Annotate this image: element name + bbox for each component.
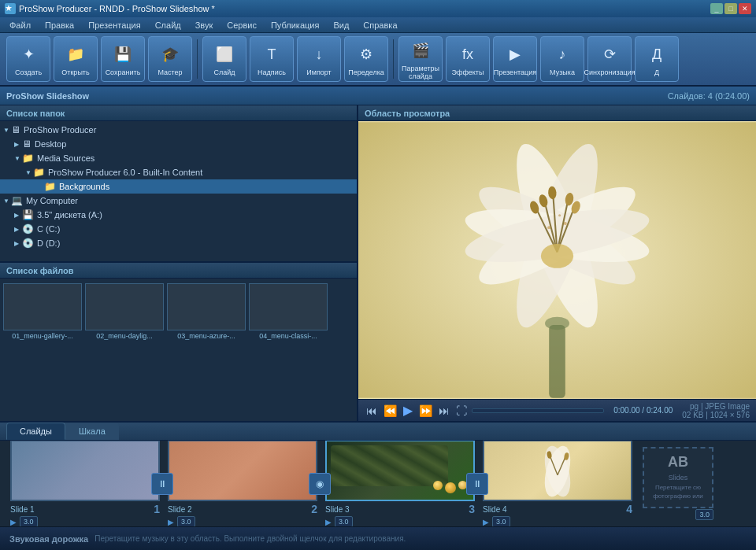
folder-item-desktop[interactable]: ▶🖥Desktop <box>0 137 357 151</box>
file-thumb-label-f3: 03_menu-azure-... <box>167 332 246 340</box>
folder-icon-driveD: 💿 <box>22 238 34 249</box>
file-thumb-label-f1: 01_menu-gallery-... <box>3 332 82 340</box>
convert-icon: ⚙ <box>354 42 379 67</box>
play-button[interactable]: ▶ <box>402 403 414 418</box>
skip-to-end-button[interactable]: ⏭ <box>437 404 451 417</box>
menu-item-[interactable]: Сервис <box>220 19 263 31</box>
slide-add-button[interactable]: AB SlidesПеретащите сю фотографию или <box>643 447 713 508</box>
folder-item-backgrounds[interactable]: 📁Backgrounds <box>0 179 357 194</box>
slide-strip[interactable]: Slide 11▶3.0⏸Slide 22▶3.0◉ Slide 33▶3.0⏸… <box>0 440 756 526</box>
slide-duration-s1: 3.0 <box>20 516 38 526</box>
slide-icon: ⬜ <box>212 42 237 67</box>
folder-item-media[interactable]: ▼📁Media Sources <box>0 151 357 165</box>
slide-duration-s3: 3.0 <box>335 516 353 526</box>
toolbar-separator-4 <box>197 39 198 79</box>
file-grid[interactable]: 01_menu-gallery-...02_menu-daylig...03_m… <box>0 279 357 421</box>
open-icon: 📁 <box>63 42 88 67</box>
toolbar-button-presentation[interactable]: ▶Презентация <box>493 36 537 82</box>
toolbar-button-open[interactable]: 📁Открыть <box>54 36 98 82</box>
skip-to-start-button[interactable]: ⏮ <box>365 404 379 417</box>
toolbar-button-create[interactable]: ✦Создать <box>6 36 50 82</box>
presentation-icon: ▶ <box>502 42 528 67</box>
slide-item-s3[interactable]: ◉ Slide 33▶3.0 <box>321 440 479 526</box>
toolbar-button-master[interactable]: 🎓Мастер <box>148 36 192 82</box>
ab-icon: AB <box>668 454 688 471</box>
toolbar-label-convert: Переделка <box>348 68 384 76</box>
file-thumb-f4[interactable]: 04_menu-classi-... <box>249 282 328 341</box>
folder-icon-floppy: 💾 <box>22 209 34 220</box>
slide-thumb-bg-s4 <box>484 441 631 500</box>
expand-icon-floppy: ▶ <box>14 212 22 219</box>
menu-item-[interactable]: Файл <box>3 19 37 31</box>
toolbar-button-params[interactable]: 🎬Параметры слайда <box>398 36 443 82</box>
transition-icon-s3[interactable]: ◉ <box>309 473 331 495</box>
slide-play-icon-s2[interactable]: ▶ <box>168 518 174 526</box>
toolbar-button-effects[interactable]: fxЭффекты <box>446 36 490 82</box>
file-thumb-img-f1 <box>3 283 82 330</box>
progress-bar[interactable] <box>472 408 604 413</box>
menu-item-[interactable]: Справка <box>357 19 403 31</box>
close-button[interactable]: ✕ <box>739 3 751 14</box>
transition-icon-s2[interactable]: ⏸ <box>151 473 173 495</box>
folder-item-proshow[interactable]: ▼🖥ProShow Producer <box>0 123 357 137</box>
folder-item-builtin[interactable]: ▼📁ProShow Producer 6.0 - Built-In Conten… <box>0 165 357 179</box>
menu-item-[interactable]: Презентация <box>82 19 146 31</box>
folder-item-driveC[interactable]: ▶💿C (C:) <box>0 222 357 236</box>
menu-item-[interactable]: Правка <box>39 19 80 31</box>
slide-name-s4: Slide 4 <box>483 505 507 514</box>
window-controls: _ □ ✕ <box>710 3 751 14</box>
toolbar-button-convert[interactable]: ⚙Переделка <box>344 36 388 82</box>
folder-item-driveD[interactable]: ▶💿D (D:) <box>0 236 357 250</box>
fullscreen-button[interactable]: ⛶ <box>454 404 469 417</box>
tab-slides[interactable]: Слайды <box>6 423 65 440</box>
slide-add-duration: 3.0 <box>695 509 713 520</box>
tab-timeline[interactable]: Шкала <box>65 423 119 440</box>
expand-icon-media: ▼ <box>14 155 22 162</box>
toolbar-label-presentation: Презентация <box>494 68 536 76</box>
slide-item-s2[interactable]: ⏸Slide 22▶3.0 <box>164 440 321 526</box>
toolbar-button-slide[interactable]: ⬜Слайд <box>202 36 246 82</box>
slide-bottom-s4: ▶3.0 <box>483 516 632 526</box>
toolbar-button-music[interactable]: ♪Музыка <box>540 36 584 82</box>
slide-add-area[interactable]: AB SlidesПеретащите сю фотографию или 3.… <box>643 447 713 520</box>
file-thumb-f3[interactable]: 03_menu-azure-... <box>167 282 246 341</box>
slide-bottom-s2: ▶3.0 <box>168 516 317 526</box>
menu-item-[interactable]: Вид <box>327 19 355 31</box>
toolbar-button-save[interactable]: 💾Сохранить <box>101 36 145 82</box>
prev-frame-button[interactable]: ⏪ <box>382 404 398 417</box>
folder-section: Список папок ▼🖥ProShow Producer▶🖥Desktop… <box>0 105 357 263</box>
next-frame-button[interactable]: ⏩ <box>417 404 434 417</box>
slide-play-icon-s1[interactable]: ▶ <box>10 518 17 526</box>
file-thumb-f2[interactable]: 02_menu-daylig... <box>85 282 164 341</box>
toolbar-button-lang[interactable]: ДД <box>635 36 679 82</box>
title-bar: ★ ProShow Producer - RNDD - ProShow Slid… <box>0 0 756 17</box>
menu-item-[interactable]: Публикация <box>265 19 325 31</box>
toolbar-button-sync[interactable]: ⟳Синхронизация <box>587 36 632 82</box>
file-thumb-f1[interactable]: 01_menu-gallery-... <box>3 282 82 341</box>
toolbar-label-open: Открыть <box>61 68 89 76</box>
save-icon: 💾 <box>110 42 135 67</box>
slide-name-s3: Slide 3 <box>325 505 350 514</box>
slide-item-s4[interactable]: ⏸ Slide 44▶3.0 <box>479 440 636 526</box>
slide-meta-s1: Slide 11 <box>10 503 160 515</box>
slide-play-icon-s4[interactable]: ▶ <box>483 518 489 526</box>
folder-item-floppy[interactable]: ▶💾3.5" дискета (A:) <box>0 208 357 222</box>
minimize-button[interactable]: _ <box>710 3 723 14</box>
toolbar-button-caption[interactable]: TНадпись <box>250 36 294 82</box>
slide-item-s1[interactable]: Slide 11▶3.0 <box>6 440 164 526</box>
toolbar-button-import[interactable]: ↓Импорт <box>297 36 341 82</box>
folder-tree[interactable]: ▼🖥ProShow Producer▶🖥Desktop▼📁Media Sourc… <box>0 121 357 261</box>
menu-item-[interactable]: Слайд <box>149 19 187 31</box>
transition-icon-s4[interactable]: ⏸ <box>466 473 488 495</box>
maximize-button[interactable]: □ <box>724 3 737 14</box>
folder-item-mycomputer[interactable]: ▼💻My Computer <box>0 194 357 208</box>
folder-label-mycomputer: My Computer <box>26 196 78 205</box>
audio-track[interactable]: Звуковая дорожка Перетащите музыку в эту… <box>0 526 756 550</box>
folder-label-backgrounds: Backgrounds <box>59 182 109 191</box>
menu-item-[interactable]: Звук <box>189 19 220 31</box>
file-thumb-label-f2: 02_menu-daylig... <box>85 332 164 340</box>
folder-label-driveD: D (D:) <box>37 238 60 248</box>
slide-duration-s2: 3.0 <box>177 516 195 526</box>
slide-name-s1: Slide 1 <box>10 505 35 514</box>
slide-play-icon-s3[interactable]: ▶ <box>325 518 332 526</box>
